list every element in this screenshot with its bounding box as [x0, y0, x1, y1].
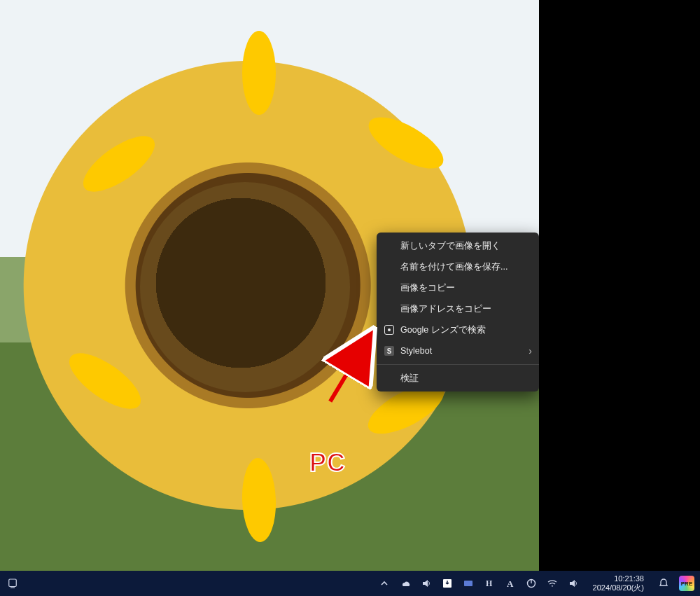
menu-item-label: 名前を付けて画像を保存...: [400, 261, 507, 273]
decorative-petal: [61, 343, 149, 419]
menu-separator: [377, 364, 539, 365]
menu-copy-image-address[interactable]: 画像アドレスをコピー: [377, 298, 539, 319]
decorative-petal: [242, 31, 276, 115]
menu-item-label: 新しいタブで画像を開く: [400, 240, 500, 252]
menu-copy-image[interactable]: 画像をコピー: [377, 277, 539, 298]
decorative-petal: [361, 107, 451, 179]
system-tray: H A 10:21:38 2024/08/20(火) PRE: [373, 574, 700, 592]
tray-app-icon[interactable]: [463, 578, 474, 589]
menu-item-label: Google レンズで検索: [400, 324, 486, 336]
menu-item-label: 画像アドレスをコピー: [400, 303, 491, 315]
volume-icon-2[interactable]: [568, 578, 579, 589]
decorative-petal: [241, 457, 277, 543]
letter-a-icon[interactable]: A: [505, 578, 516, 589]
menu-google-lens-search[interactable]: Google レンズで検索: [377, 319, 539, 340]
onedrive-icon[interactable]: [400, 578, 411, 589]
chevron-right-icon: ›: [528, 345, 532, 356]
menu-stylebot[interactable]: S Stylebot ›: [377, 340, 539, 361]
copilot-pre-icon[interactable]: PRE: [679, 576, 694, 591]
menu-save-image-as[interactable]: 名前を付けて画像を保存...: [377, 256, 539, 277]
annotation-label: PC: [309, 448, 346, 478]
download-icon[interactable]: [442, 578, 453, 589]
svg-rect-5: [464, 581, 472, 586]
volume-icon[interactable]: [421, 578, 432, 589]
pre-label: PRE: [681, 581, 692, 587]
notifications-icon[interactable]: [658, 578, 669, 589]
menu-item-label: Stylebot: [400, 346, 432, 356]
viewer-letterbox: [539, 0, 700, 571]
taskbar-clock[interactable]: 10:21:38 2024/08/20(火): [589, 574, 648, 592]
menu-item-label: 検証: [400, 373, 419, 384]
annotation-arrow: [303, 336, 394, 385]
clock-time: 10:21:38: [593, 574, 644, 583]
menu-inspect[interactable]: 検証: [377, 368, 539, 389]
svg-rect-3: [9, 579, 17, 587]
menu-item-label: 画像をコピー: [400, 282, 455, 294]
tray-overflow-icon[interactable]: [379, 578, 390, 589]
decorative-petal: [75, 126, 163, 202]
power-icon[interactable]: [526, 578, 537, 589]
taskbar-app-icon[interactable]: [4, 575, 21, 592]
google-lens-icon: [384, 324, 395, 335]
letter-h-icon[interactable]: H: [484, 578, 495, 589]
wifi-icon[interactable]: [547, 578, 558, 589]
image-context-menu: 新しいタブで画像を開く 名前を付けて画像を保存... 画像をコピー 画像アドレス…: [377, 233, 539, 391]
clock-date: 2024/08/20(火): [593, 583, 644, 592]
taskbar: H A 10:21:38 2024/08/20(火) PRE: [0, 571, 700, 596]
menu-open-image-new-tab[interactable]: 新しいタブで画像を開く: [377, 235, 539, 256]
